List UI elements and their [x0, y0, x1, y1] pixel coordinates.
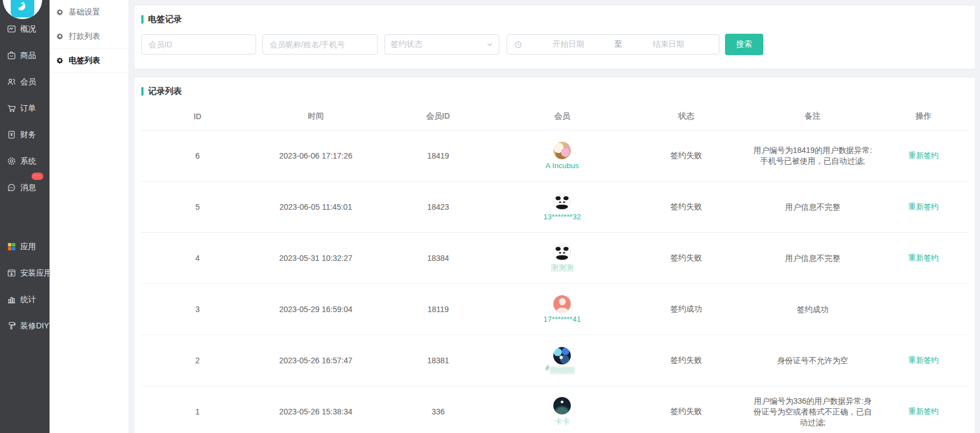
- cell-remark: 用户编号为18419的用户数据异常: 手机号已被使用，已自动过滤;: [746, 145, 879, 166]
- overview-icon: [7, 24, 16, 34]
- sidebar-item-members[interactable]: 会员: [0, 69, 50, 95]
- member-name-redacted[interactable]: [550, 367, 575, 374]
- sidebar-item-label: 消息: [20, 183, 36, 193]
- submenu-item-label: 基础设置: [69, 7, 100, 17]
- sidebar-item-label: 安装应用: [20, 268, 52, 278]
- col-header-id: ID: [141, 112, 254, 121]
- cell-remark: 用户信息不完整: [746, 253, 879, 264]
- members-icon: [7, 77, 16, 87]
- goods-icon: [7, 51, 16, 60]
- member-name-link[interactable]: 17*******41: [543, 315, 581, 323]
- sidebar-item-label: 概况: [20, 24, 36, 34]
- cell-remark: 用户信息不完整: [746, 202, 879, 213]
- sidebar-item-messages[interactable]: 消息 ···: [0, 174, 50, 201]
- system-icon: [7, 156, 16, 166]
- cell-status: 签约失败: [626, 355, 746, 366]
- sidebar-item-apps[interactable]: 应用: [0, 233, 50, 260]
- cell-member-id: 18384: [378, 254, 498, 263]
- default-person-avatar: [553, 295, 571, 313]
- table-row: 5 2023-06-05 11:45:01 18423 ··· 13******…: [141, 182, 968, 233]
- cell-member: ··· 13*******32: [499, 193, 626, 221]
- sidebar-item-overview[interactable]: 概况: [0, 16, 50, 42]
- sidebar-item-finance[interactable]: 财务: [0, 121, 50, 148]
- dog-photo-avatar: [553, 142, 571, 159]
- cell-status: 签约失败: [626, 407, 746, 417]
- re-sign-link[interactable]: 重新签约: [909, 202, 939, 212]
- sidebar-item-stats[interactable]: 统计: [0, 286, 50, 313]
- sidebar-item-label: 财务: [20, 130, 36, 140]
- col-header-member-id: 会员ID: [378, 111, 498, 121]
- date-range-picker[interactable]: 开始日期 至 结束日期: [507, 34, 719, 55]
- panda-meme-avatar: ···: [553, 243, 571, 261]
- cell-member-id: 336: [378, 407, 498, 416]
- apps-icon: [7, 242, 16, 251]
- table-row: 6 2023-06-06 17:17:26 18419 A Incubus 签约…: [141, 130, 968, 182]
- cell-time: 2023-05-29 16:59:04: [254, 305, 378, 314]
- sidebar-item-label: 订单: [20, 103, 36, 114]
- re-sign-link[interactable]: 重新签约: [909, 355, 939, 366]
- sidebar-item-goods[interactable]: 商品: [0, 42, 50, 69]
- cell-member-id: 18119: [378, 305, 498, 314]
- main-nav-lower: 应用 安装应用 统计 装修DIY: [0, 233, 50, 339]
- member-name-link[interactable]: 卡卡: [554, 417, 570, 427]
- cell-id: 2: [141, 356, 254, 365]
- cell-time: 2023-05-26 15:38:34: [254, 407, 378, 416]
- table-row: 4 2023-05-31 10:32:27 18384 ··· 测测测 签约失败…: [141, 233, 968, 284]
- col-header-action: 操作: [879, 111, 968, 121]
- cell-id: 4: [141, 254, 254, 263]
- submenu-item-basic-settings[interactable]: 基础设置: [50, 0, 128, 24]
- sign-status-select[interactable]: 签约状态: [384, 34, 499, 55]
- primary-sidebar: 概况 商品 会员 订单 财务 系统 消息 ··· 应: [0, 0, 50, 433]
- cell-remark: 身份证号不允许为空: [746, 355, 879, 366]
- col-header-remark: 备注: [746, 111, 879, 121]
- gear-icon: [56, 57, 64, 64]
- night-photo-avatar: [553, 397, 571, 414]
- gear-icon: [56, 33, 64, 40]
- cell-remark: 签约成功: [746, 304, 879, 315]
- logo-swirl-icon: [11, 0, 34, 17]
- cell-time: 2023-06-05 11:45:01: [254, 202, 378, 211]
- submenu-item-payment-list[interactable]: 打款列表: [50, 24, 128, 48]
- cell-member: A Incubus: [499, 142, 626, 170]
- member-name-input[interactable]: [262, 34, 378, 55]
- cell-status: 签约失败: [626, 253, 746, 263]
- cell-time: 2023-05-31 10:32:27: [254, 254, 378, 263]
- col-header-status: 状态: [626, 111, 746, 121]
- sidebar-item-decorate-diy[interactable]: 装修DIY: [0, 313, 50, 339]
- re-sign-link[interactable]: 重新签约: [909, 407, 939, 417]
- message-badge: ···: [32, 173, 43, 180]
- search-button[interactable]: 搜索: [725, 34, 763, 55]
- main-content: 电签记录 签约状态 开始日期 至 结束日期 搜索 记录列表 ID: [129, 0, 980, 433]
- sidebar-item-label: 装修DIY: [20, 321, 49, 331]
- cell-member-id: 18381: [378, 356, 498, 365]
- member-name-link[interactable]: 13*******32: [543, 213, 581, 221]
- member-name-link[interactable]: 测测测: [551, 263, 574, 273]
- stats-icon: [7, 295, 16, 304]
- re-sign-link[interactable]: 重新签约: [909, 253, 939, 263]
- gear-icon: [56, 8, 64, 16]
- cell-status: 签约失败: [626, 202, 746, 212]
- table-row: 2 2023-05-26 16:57:47 18381 签约失败 身份证号不允许…: [141, 335, 968, 386]
- decorate-diy-icon: [7, 321, 16, 331]
- cell-time: 2023-06-06 17:17:26: [254, 151, 378, 160]
- cell-member: 17*******41: [499, 295, 626, 323]
- search-filters: 签约状态 开始日期 至 结束日期 搜索: [141, 34, 968, 55]
- cell-id: 3: [141, 305, 254, 314]
- re-sign-link[interactable]: 重新签约: [909, 151, 939, 161]
- esign-search-panel: 电签记录 签约状态 开始日期 至 结束日期 搜索: [135, 6, 975, 69]
- chevron-down-icon: [486, 41, 493, 48]
- col-header-time: 时间: [254, 111, 378, 121]
- title-accent-bar: [141, 15, 144, 24]
- secondary-sidebar: 基础设置 打款列表 电签列表: [50, 0, 129, 433]
- sidebar-item-system[interactable]: 系统: [0, 148, 50, 174]
- message-icon: [7, 183, 16, 192]
- cell-time: 2023-05-26 16:57:47: [254, 356, 378, 365]
- list-title: 记录列表: [148, 86, 182, 97]
- member-id-input[interactable]: [141, 34, 256, 55]
- sidebar-item-orders[interactable]: 订单: [0, 95, 50, 121]
- sidebar-item-label: 商品: [20, 51, 36, 61]
- submenu-item-esign-list[interactable]: 电签列表: [50, 48, 128, 73]
- member-name-link[interactable]: A Incubus: [545, 161, 579, 170]
- sidebar-item-install-app[interactable]: 安装应用: [0, 260, 50, 286]
- sidebar-item-label: 统计: [20, 295, 36, 305]
